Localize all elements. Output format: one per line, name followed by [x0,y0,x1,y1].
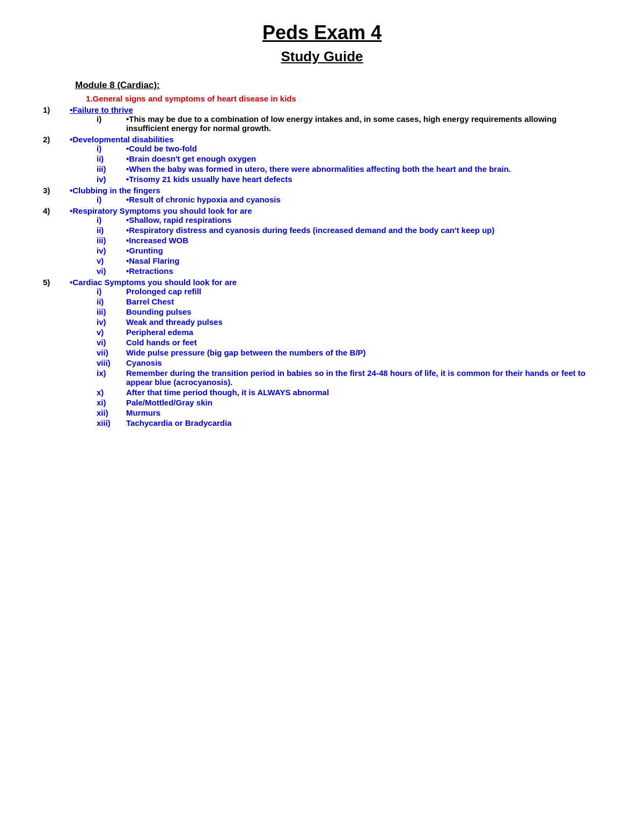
sub-list-2: i)•Could be two-foldii)•Brain doesn't ge… [97,144,601,184]
sub-item-5-2: ii)Barrel Chest [97,297,601,306]
sub-item-3-1: i)•Result of chronic hypoxia and cyanosi… [97,195,601,204]
sub-num-4-4: iv) [97,246,126,255]
sub-text-2-3: •When the baby was formed in utero, ther… [126,164,601,173]
sub-num-4-5: v) [97,256,126,265]
sub-num-2-2: ii) [97,154,126,163]
sub-item-4-2: ii)•Respiratory distress and cyanosis du… [97,226,601,235]
sub-item-5-5: v)Peripheral edema [97,328,601,337]
main-item-text-4: •Respiratory Symptoms you should look fo… [70,206,252,215]
sub-item-2-2: ii)•Brain doesn't get enough oxygen [97,154,601,163]
main-item-label-3: 3)•Clubbing in the fingers [43,186,601,195]
main-item-num-4: 4) [43,206,70,215]
sub-item-4-4: iv)•Grunting [97,246,601,255]
sub-text-3-1: •Result of chronic hypoxia and cyanosis [126,195,601,204]
sub-num-5-13: xiii) [97,418,126,427]
main-list-item-2: 2)•Developmental disabilitiesi)•Could be… [43,135,601,184]
main-item-text-1: •Failure to thrive [70,105,133,114]
sub-item-4-3: iii)•Increased WOB [97,236,601,245]
sub-list-5: i)Prolonged cap refillii)Barrel Chestiii… [97,287,601,427]
main-list: 1)•Failure to thrivei)•This may be due t… [43,105,601,427]
main-item-text-5: •Cardiac Symptoms you should look for ar… [70,278,237,287]
page-subtitle: Study Guide [43,48,601,65]
sub-text-2-4: •Trisomy 21 kids usually have heart defe… [126,175,601,184]
main-list-item-4: 4)•Respiratory Symptoms you should look … [43,206,601,275]
sub-num-5-7: vii) [97,348,126,357]
sub-num-5-5: v) [97,328,126,337]
sub-item-2-3: iii)•When the baby was formed in utero, … [97,164,601,173]
sub-text-5-9: Remember during the transition period in… [126,368,601,387]
main-item-label-1: 1)•Failure to thrive [43,105,601,114]
section-heading: 1.General signs and symptoms of heart di… [86,94,601,103]
main-item-num-1: 1) [43,105,70,114]
sub-num-2-1: i) [97,144,126,153]
sub-text-5-3: Bounding pulses [126,307,601,316]
sub-num-5-11: xi) [97,398,126,407]
sub-text-5-2: Barrel Chest [126,297,601,306]
sub-num-2-3: iii) [97,164,126,173]
sub-num-5-8: viii) [97,358,126,367]
sub-text-4-5: •Nasal Flaring [126,256,601,265]
sub-text-4-2: •Respiratory distress and cyanosis durin… [126,226,601,235]
sub-text-5-6: Cold hands or feet [126,338,601,347]
sub-text-4-4: •Grunting [126,246,601,255]
sub-num-4-3: iii) [97,236,126,245]
sub-item-5-10: x)After that time period though, it is A… [97,388,601,397]
sub-text-5-4: Weak and thready pulses [126,317,601,327]
sub-item-5-11: xi)Pale/Mottled/Gray skin [97,398,601,407]
sub-num-5-12: xii) [97,408,126,417]
sub-num-3-1: i) [97,195,126,204]
sub-num-4-6: vi) [97,266,126,275]
sub-text-1-1: •This may be due to a combination of low… [126,114,601,133]
sub-text-4-6: •Retractions [126,266,601,275]
main-item-label-5: 5)•Cardiac Symptoms you should look for … [43,278,601,287]
sub-text-5-13: Tachycardia or Bradycardia [126,418,601,427]
sub-num-5-10: x) [97,388,126,397]
sub-num-5-4: iv) [97,317,126,327]
main-item-text-2: •Developmental disabilities [70,135,174,144]
sub-num-4-2: ii) [97,226,126,235]
sub-text-4-1: •Shallow, rapid respirations [126,215,601,224]
main-item-num-3: 3) [43,186,70,195]
sub-list-1: i)•This may be due to a combination of l… [97,114,601,133]
sub-item-5-4: iv)Weak and thready pulses [97,317,601,327]
sub-text-5-1: Prolonged cap refill [126,287,601,296]
sub-text-2-1: •Could be two-fold [126,144,601,153]
sub-item-5-9: ix)Remember during the transition period… [97,368,601,387]
main-list-item-1: 1)•Failure to thrivei)•This may be due t… [43,105,601,133]
main-item-label-4: 4)•Respiratory Symptoms you should look … [43,206,601,215]
sub-item-5-1: i)Prolonged cap refill [97,287,601,296]
main-item-num-5: 5) [43,278,70,287]
main-item-num-2: 2) [43,135,70,144]
sub-num-5-2: ii) [97,297,126,306]
sub-num-5-6: vi) [97,338,126,347]
sub-item-5-7: vii)Wide pulse pressure (big gap between… [97,348,601,357]
sub-item-5-12: xii)Murmurs [97,408,601,417]
sub-item-5-3: iii)Bounding pulses [97,307,601,316]
sub-text-4-3: •Increased WOB [126,236,601,245]
sub-item-5-13: xiii)Tachycardia or Bradycardia [97,418,601,427]
sub-item-2-1: i)•Could be two-fold [97,144,601,153]
sub-list-4: i)•Shallow, rapid respirationsii)•Respir… [97,215,601,275]
sub-text-2-2: •Brain doesn't get enough oxygen [126,154,601,163]
main-item-text-3: •Clubbing in the fingers [70,186,160,195]
sub-num-5-1: i) [97,287,126,296]
sub-text-5-5: Peripheral edema [126,328,601,337]
sub-item-1-1: i)•This may be due to a combination of l… [97,114,601,133]
sub-item-4-6: vi)•Retractions [97,266,601,275]
sub-num-5-3: iii) [97,307,126,316]
sub-item-5-6: vi)Cold hands or feet [97,338,601,347]
sub-text-5-11: Pale/Mottled/Gray skin [126,398,601,407]
sub-list-3: i)•Result of chronic hypoxia and cyanosi… [97,195,601,204]
main-item-label-2: 2)•Developmental disabilities [43,135,601,144]
sub-item-2-4: iv)•Trisomy 21 kids usually have heart d… [97,175,601,184]
main-list-item-3: 3)•Clubbing in the fingersi)•Result of c… [43,186,601,204]
sub-text-5-10: After that time period though, it is ALW… [126,388,601,397]
sub-num-5-9: ix) [97,368,126,378]
sub-text-5-7: Wide pulse pressure (big gap between the… [126,348,601,357]
sub-item-4-1: i)•Shallow, rapid respirations [97,215,601,224]
main-list-item-5: 5)•Cardiac Symptoms you should look for … [43,278,601,427]
sub-num-2-4: iv) [97,175,126,184]
sub-text-5-8: Cyanosis [126,358,601,367]
sub-item-5-8: viii)Cyanosis [97,358,601,367]
page-title: Peds Exam 4 [43,21,601,44]
